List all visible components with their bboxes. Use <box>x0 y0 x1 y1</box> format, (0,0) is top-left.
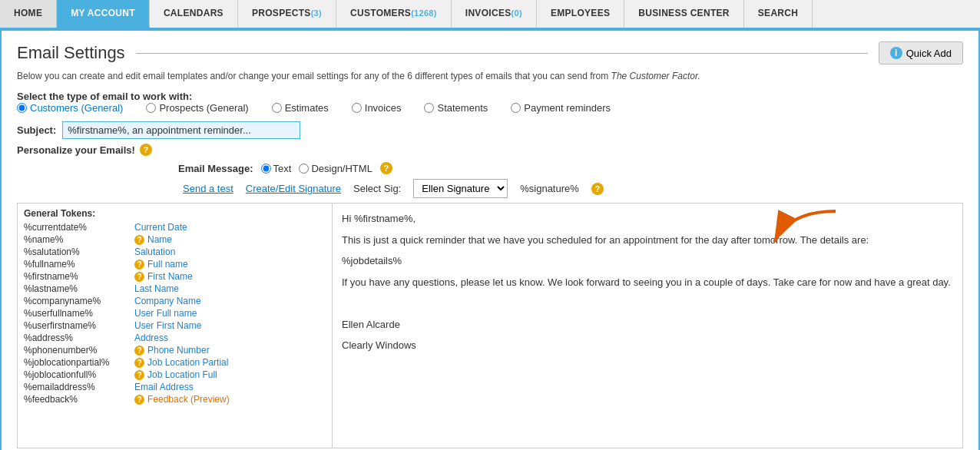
radio-customers-general[interactable]: Customers (General) <box>17 102 123 114</box>
token-firstname: %firstname% ? First Name <box>24 271 326 282</box>
token-name-help[interactable]: ? <box>134 235 144 245</box>
design-html-help-icon[interactable]: ? <box>380 162 392 174</box>
token-joblocationpartial-help[interactable]: ? <box>134 358 144 368</box>
email-type-options: Customers (General) Prospects (General) … <box>17 102 963 114</box>
token-userfullname: %userfullname% User Full name <box>24 308 326 319</box>
email-line-name: Ellen Alcarde <box>342 317 953 333</box>
token-firstname-help[interactable]: ? <box>134 272 144 282</box>
subject-row: Subject: <box>17 121 963 139</box>
email-line-body2: If you have any questions, please let us… <box>342 275 953 290</box>
token-emailaddress: %emailaddress% Email Address <box>24 382 326 392</box>
token-joblocationfull-help[interactable]: ? <box>134 370 144 380</box>
token-fullname: %fullname% ? Full name <box>24 259 326 270</box>
nav-calendars[interactable]: CALENDARS <box>150 0 238 28</box>
subject-input[interactable] <box>62 121 300 139</box>
personalize-help-icon[interactable]: ? <box>140 144 152 156</box>
nav-search[interactable]: SEARCH <box>744 0 813 28</box>
email-line-body1: This is just a quick reminder that we ha… <box>342 233 953 248</box>
email-line-greeting: Hi %firstname%, <box>342 211 953 227</box>
token-phonenumber-help[interactable]: ? <box>134 346 144 356</box>
token-userfirstname: %userfirstname% User First Name <box>24 320 326 331</box>
token-phonenumber: %phonenumber% ? Phone Number <box>24 345 326 356</box>
email-message-label: Email Message: <box>178 163 253 174</box>
quick-add-icon: i <box>890 47 902 59</box>
token-feedback-help[interactable]: ? <box>134 395 144 405</box>
token-salutation: %salutation% Salutation <box>24 247 326 257</box>
email-line-jobdetails: %jobdetails% <box>342 253 953 269</box>
nav-prospects[interactable]: PROSPECTS(3) <box>238 0 336 28</box>
token-currentdate: %currentdate% Current Date <box>24 222 326 233</box>
personalize-label: Personalize your Emails! <box>17 144 135 156</box>
token-lastname: %lastname% Last Name <box>24 283 326 294</box>
page-title: Email Settings <box>17 43 125 63</box>
token-fullname-help[interactable]: ? <box>134 260 144 270</box>
nav-invoices[interactable]: INVOICES(0) <box>452 0 537 28</box>
signature-help-icon[interactable]: ? <box>591 183 604 195</box>
select-sig-label: Select Sig: <box>353 183 401 194</box>
tokens-panel: General Tokens: %currentdate% Current Da… <box>18 203 333 448</box>
signature-select[interactable]: Ellen Signature <box>413 179 508 198</box>
radio-design-html[interactable]: Design/HTML <box>299 163 372 174</box>
email-content-panel[interactable]: Hi %firstname%, This is just a quick rem… <box>333 203 962 448</box>
page-header: Email Settings i Quick Add <box>17 41 963 65</box>
radio-payment-reminders[interactable]: Payment reminders <box>511 102 611 114</box>
create-edit-signature-button[interactable]: Create/Edit Signature <box>246 183 341 194</box>
title-separator <box>136 53 868 54</box>
token-companyname: %companyname% Company Name <box>24 296 326 306</box>
quick-add-button[interactable]: i Quick Add <box>879 41 963 65</box>
subject-label: Subject: <box>17 124 56 136</box>
nav-business-center[interactable]: BUSINESS CENTER <box>624 0 744 28</box>
token-joblocationfull: %joblocationfull% ? Job Location Full <box>24 369 326 380</box>
description-text: Below you can create and edit email temp… <box>17 71 963 81</box>
select-type-label: Select the type of email to work with: <box>17 91 192 102</box>
nav-employees[interactable]: EMPLOYEES <box>537 0 624 28</box>
personalize-row: Personalize your Emails! ? <box>17 144 963 156</box>
send-a-test-button[interactable]: Send a test <box>183 183 233 194</box>
top-navigation: HOME MY ACCOUNT CALENDARS PROSPECTS(3) C… <box>0 0 980 29</box>
token-feedback: %feedback% ? Feedback (Preview) <box>24 394 326 405</box>
nav-home[interactable]: HOME <box>0 0 57 28</box>
main-content: Email Settings i Quick Add Below you can… <box>0 29 980 450</box>
email-type-section: Select the type of email to work with: C… <box>17 91 963 114</box>
radio-text[interactable]: Text <box>261 163 292 174</box>
radio-prospects-general[interactable]: Prospects (General) <box>146 102 248 114</box>
nav-my-account[interactable]: MY ACCOUNT <box>57 0 150 28</box>
token-address: %address% Address <box>24 333 326 343</box>
radio-statements[interactable]: Statements <box>424 102 488 114</box>
email-message-row: Email Message: Text Design/HTML ? <box>17 162 963 174</box>
toolbar-row: Send a test Create/Edit Signature Select… <box>17 179 963 198</box>
radio-estimates[interactable]: Estimates <box>272 102 329 114</box>
email-line-company: Clearly Windows <box>342 338 953 353</box>
token-name: %name% ? Name <box>24 234 326 245</box>
signature-token: %signature% <box>520 183 579 194</box>
editor-area: General Tokens: %currentdate% Current Da… <box>17 203 963 448</box>
email-line-blank <box>342 296 953 311</box>
tokens-panel-header: General Tokens: <box>24 208 326 219</box>
radio-invoices[interactable]: Invoices <box>352 102 402 114</box>
token-joblocationpartial: %joblocationpartial% ? Job Location Part… <box>24 357 326 368</box>
nav-customers[interactable]: CUSTOMERS(1268) <box>336 0 452 28</box>
